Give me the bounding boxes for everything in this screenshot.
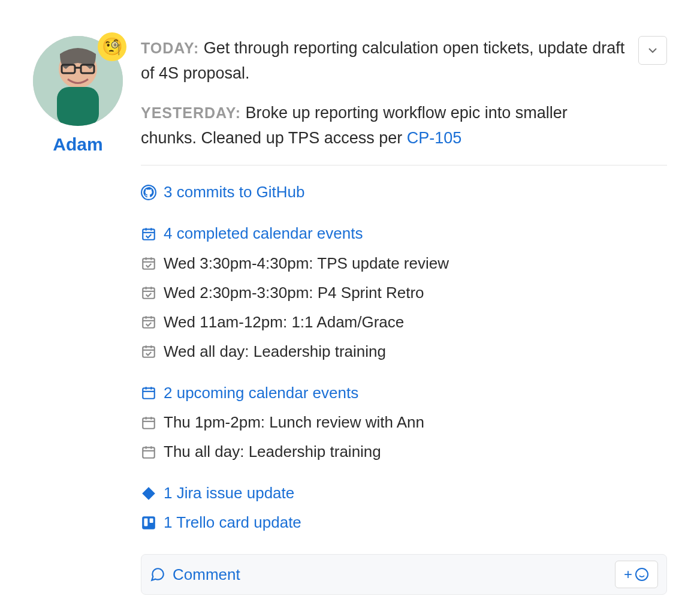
svg-rect-27 xyxy=(143,389,155,399)
completed-events-link[interactable]: 4 completed calendar events xyxy=(141,219,667,248)
svg-rect-19 xyxy=(143,318,155,328)
today-label: TODAY: xyxy=(141,40,199,56)
chevron-down-icon xyxy=(648,46,657,55)
completed-event-item: Wed 2:30pm-3:30pm: P4 Sprint Retro xyxy=(141,278,667,308)
github-section: 3 commits to GitHub xyxy=(141,177,667,207)
svg-rect-40 xyxy=(144,518,147,526)
calendar-check-icon xyxy=(141,226,156,242)
svg-rect-7 xyxy=(143,229,155,239)
upcoming-event-item: Thu 1pm-2pm: Lunch review with Ann xyxy=(141,408,667,437)
upcoming-event-item: Thu all day: Leadership training xyxy=(141,437,667,466)
trello-text: 1 Trello card update xyxy=(164,512,301,533)
calendar-check-icon xyxy=(141,344,156,359)
user-column: 🧐 Adam xyxy=(33,36,123,595)
event-text: Wed 3:30pm-4:30pm: TPS update review xyxy=(164,253,449,274)
svg-point-42 xyxy=(636,568,648,580)
github-commits-text: 3 commits to GitHub xyxy=(164,182,305,203)
svg-rect-31 xyxy=(143,418,155,428)
completed-events-text: 4 completed calendar events xyxy=(164,223,363,244)
github-icon xyxy=(141,185,156,200)
yesterday-update: YESTERDAY: Broke up reporting workflow e… xyxy=(141,101,625,151)
upcoming-events-text: 2 upcoming calendar events xyxy=(164,383,358,404)
more-menu-button[interactable] xyxy=(638,36,667,65)
jira-text: 1 Jira issue update xyxy=(164,483,294,504)
plus-text: + xyxy=(624,566,632,583)
event-text: Thu all day: Leadership training xyxy=(164,441,381,462)
completed-event-item: Wed 11am-12pm: 1:1 Adam/Grace xyxy=(141,308,667,337)
ticket-link[interactable]: CP-105 xyxy=(407,129,462,147)
smile-icon xyxy=(635,567,649,582)
svg-rect-23 xyxy=(143,347,155,357)
github-commits-link[interactable]: 3 commits to GitHub xyxy=(141,177,667,207)
jira-icon xyxy=(141,486,156,501)
svg-rect-41 xyxy=(150,518,153,523)
status-emoji-badge[interactable]: 🧐 xyxy=(98,32,126,61)
comment-icon xyxy=(150,567,165,582)
today-text: Get through reporting calculation open t… xyxy=(141,39,624,82)
event-text: Wed 2:30pm-3:30pm: P4 Sprint Retro xyxy=(164,282,424,303)
event-text: Wed all day: Leadership training xyxy=(164,341,386,362)
divider xyxy=(141,165,667,165)
today-update: TODAY: Get through reporting calculation… xyxy=(141,36,625,86)
calendar-check-icon xyxy=(141,314,156,330)
event-text: Thu 1pm-2pm: Lunch review with Ann xyxy=(164,412,424,433)
completed-events-section: 4 completed calendar events Wed 3:30pm-4… xyxy=(141,219,667,366)
svg-rect-2 xyxy=(57,87,99,126)
content-column: TODAY: Get through reporting calculation… xyxy=(141,36,667,595)
comment-bar: Comment + xyxy=(141,554,667,595)
calendar-icon xyxy=(141,385,156,401)
add-reaction-button[interactable]: + xyxy=(615,561,658,588)
comment-button[interactable]: Comment xyxy=(150,565,609,584)
calendar-check-icon xyxy=(141,255,156,271)
svg-rect-35 xyxy=(143,447,155,457)
completed-event-item: Wed all day: Leadership training xyxy=(141,337,667,366)
upcoming-events-link[interactable]: 2 upcoming calendar events xyxy=(141,378,667,408)
comment-label: Comment xyxy=(173,565,240,584)
completed-event-item: Wed 3:30pm-4:30pm: TPS update review xyxy=(141,249,667,278)
integrations-section: 1 Jira issue update 1 Trello card update xyxy=(141,478,667,537)
event-text: Wed 11am-12pm: 1:1 Adam/Grace xyxy=(164,312,404,333)
avatar-wrap: 🧐 xyxy=(33,36,123,126)
calendar-icon xyxy=(141,444,156,460)
svg-rect-15 xyxy=(143,288,155,299)
yesterday-label: YESTERDAY: xyxy=(141,104,241,121)
jira-updates-link[interactable]: 1 Jira issue update xyxy=(141,478,667,508)
user-name[interactable]: Adam xyxy=(33,134,123,155)
trello-icon xyxy=(141,515,156,531)
calendar-check-icon xyxy=(141,285,156,300)
upcoming-events-section: 2 upcoming calendar events Thu 1pm-2pm: … xyxy=(141,378,667,466)
svg-rect-11 xyxy=(143,259,155,269)
trello-updates-link[interactable]: 1 Trello card update xyxy=(141,508,667,537)
calendar-icon xyxy=(141,415,156,431)
status-updates: TODAY: Get through reporting calculation… xyxy=(141,36,667,151)
